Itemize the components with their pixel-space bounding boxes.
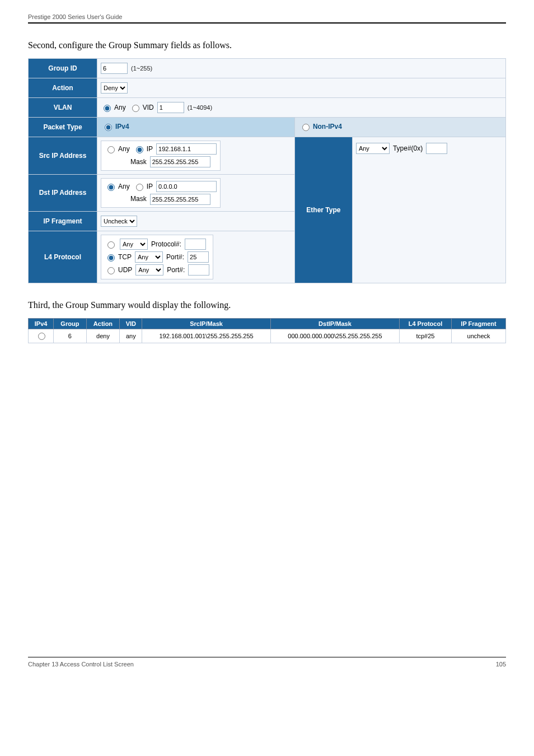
text-dstip-any: Any: [118, 180, 130, 193]
text-ether-type-label: Type#(0x): [393, 144, 423, 152]
radio-summary-row[interactable]: [38, 333, 45, 340]
th-action: Action: [86, 319, 120, 329]
text-l4-udp: UDP: [118, 266, 132, 274]
input-src-ip[interactable]: [156, 143, 217, 155]
cell-srcip: 192.168.001.001\255.255.255.255: [142, 329, 271, 343]
label-src-ip: Src IP Address: [29, 137, 97, 175]
label-l4-protocol: L4 Protocol: [29, 231, 97, 283]
text-dstip-ip: IP: [147, 180, 153, 193]
radio-vlan-any[interactable]: [104, 105, 111, 112]
radio-l4-udp[interactable]: [107, 267, 115, 274]
footer-right: 105: [496, 661, 506, 668]
cell-group: 6: [54, 329, 86, 343]
input-dst-mask[interactable]: [150, 194, 210, 205]
radio-l4-any[interactable]: [107, 241, 115, 249]
text-l4-tcp: TCP: [118, 253, 132, 261]
select-ip-fragment[interactable]: Uncheck: [101, 216, 137, 227]
cell-action: deny: [86, 329, 120, 343]
select-action[interactable]: Deny: [101, 82, 128, 94]
th-srcip: SrcIP/Mask: [142, 319, 271, 329]
label-dst-ip: Dst IP Address: [29, 174, 97, 212]
text-srcip-ip: IP: [147, 143, 153, 156]
cell-vid: any: [120, 329, 142, 343]
text-src-mask-label: Mask: [130, 156, 147, 169]
footer-left: Chapter 13 Access Control List Screen: [28, 661, 134, 668]
cell-ipfrag: uncheck: [452, 329, 506, 343]
intermediate-text: Third, the Group Summary would display t…: [28, 300, 506, 310]
th-ipv4: IPv4: [29, 319, 54, 329]
text-nonipv4: Non-IPv4: [313, 123, 342, 130]
radio-vlan-vid[interactable]: [132, 105, 139, 112]
th-l4: L4 Protocol: [399, 319, 451, 329]
text-l4-tcp-port-label: Port#:: [166, 253, 184, 261]
summary-table: IPv4 Group Action VID SrcIP/Mask DstIP/M…: [28, 318, 506, 343]
th-group: Group: [54, 319, 86, 329]
radio-dstip-ip[interactable]: [136, 184, 143, 191]
th-vid: VID: [120, 319, 142, 329]
input-ether-type[interactable]: [426, 143, 447, 154]
label-packet-type: Packet Type: [29, 118, 97, 137]
select-l4-udp-any[interactable]: Any: [135, 264, 163, 276]
label-action: Action: [29, 78, 97, 98]
radio-dstip-any[interactable]: [107, 184, 115, 191]
label-vlan: VLAN: [29, 98, 97, 118]
text-vlan-any: Any: [114, 104, 126, 111]
input-l4-udp-port[interactable]: [188, 264, 209, 276]
input-l4-proto[interactable]: [185, 239, 206, 250]
select-l4-tcp-any[interactable]: Any: [135, 251, 163, 263]
header-left: Prestige 2000 Series User's Guide: [28, 13, 122, 20]
radio-l4-tcp[interactable]: [107, 254, 115, 262]
cell-l4: tcp#25: [399, 329, 451, 343]
input-vid[interactable]: [157, 102, 184, 113]
text-l4-udp-port-label: Port#:: [167, 266, 185, 274]
input-group-id[interactable]: [101, 63, 128, 74]
cell-dstip: 000.000.000.000\255.255.255.255: [271, 329, 400, 343]
input-l4-tcp-port[interactable]: [188, 251, 209, 263]
text-l4-proto-label: Protocol#:: [151, 240, 181, 248]
intro-text: Second, configure the Group Summary fiel…: [28, 40, 506, 50]
text-vid-label: VID: [143, 104, 154, 111]
radio-srcip-any[interactable]: [107, 146, 115, 153]
text-ipv4: IPv4: [115, 123, 129, 130]
select-ether-type[interactable]: Any: [356, 143, 390, 154]
label-group-id: Group ID: [29, 59, 97, 78]
text-dst-mask-label: Mask: [130, 193, 147, 206]
th-dstip: DstIP/Mask: [271, 319, 400, 329]
config-table: Group ID (1~255) Action Deny VLAN Any: [28, 58, 506, 283]
radio-srcip-ip[interactable]: [136, 146, 143, 153]
select-l4-proto-any[interactable]: Any: [120, 239, 148, 250]
radio-nonipv4[interactable]: [302, 124, 310, 131]
table-row: 6 deny any 192.168.001.001\255.255.255.2…: [29, 329, 506, 343]
th-ipfrag: IP Fragment: [452, 319, 506, 329]
text-srcip-any: Any: [118, 143, 130, 156]
hint-vlan: (1~4094): [188, 104, 212, 111]
input-dst-ip[interactable]: [156, 181, 217, 192]
label-ip-fragment: IP Fragment: [29, 212, 97, 231]
hint-group-id: (1~255): [131, 65, 152, 72]
radio-ipv4[interactable]: [105, 124, 112, 131]
input-src-mask[interactable]: [150, 156, 210, 167]
label-ether-type: Ether Type: [294, 137, 352, 283]
